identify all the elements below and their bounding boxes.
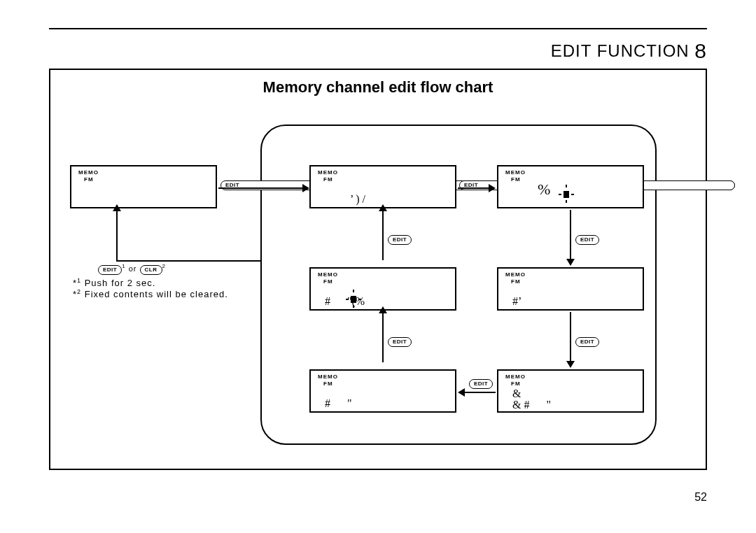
arrowhead-d7-d6 — [458, 388, 465, 397]
diagram-title: Memory channel edit ﬂow chart — [263, 78, 493, 97]
arrow-d5-d7 — [570, 312, 571, 362]
blink-icon — [561, 187, 571, 200]
display-content-b: & # " — [512, 399, 551, 411]
sup-1: 1 — [122, 263, 125, 269]
edit-pill-exit: EDIT — [98, 265, 122, 275]
display-step-6: MEMO FM # " — [309, 369, 456, 413]
footnote-1: *1 Push for 2 sec. — [73, 277, 228, 288]
display-content: #’ — [512, 295, 522, 308]
display-step-5: MEMO FM #’ — [497, 267, 644, 311]
arrowhead-d5-d7 — [566, 361, 575, 368]
sup-2: 2 — [162, 263, 166, 269]
exit-buttons: EDIT1 or CLR2 — [98, 263, 166, 275]
blink-icon — [349, 292, 358, 305]
fm-label: FM — [511, 278, 521, 285]
arrow-d7-d6 — [465, 392, 496, 393]
arrowhead-d3-d5 — [566, 259, 575, 266]
arrow-d4-d2 — [382, 210, 384, 260]
arrow-return-vert — [116, 210, 118, 260]
display-start: MEMO FM — [70, 165, 217, 208]
page-header: EDIT FUNCTION 8 — [551, 39, 707, 63]
arrowhead-d4-d2 — [379, 204, 387, 211]
display-content: # "(% — [325, 295, 365, 308]
arrowhead-d2-d3 — [489, 184, 496, 192]
clr-pill-exit: CLR — [140, 265, 162, 275]
arrow-return-horiz — [116, 260, 260, 262]
edit-pill: EDIT — [388, 337, 412, 347]
fm-label: FM — [511, 176, 521, 183]
display-step-2: MEMO FM ’ ) / — [309, 165, 456, 208]
edit-pill: EDIT — [388, 235, 412, 245]
fm-label: FM — [84, 176, 94, 183]
page: EDIT FUNCTION 8 Memory channel edit ﬂow … — [49, 28, 707, 504]
arrowhead-start-to-d2 — [302, 184, 309, 192]
arrow-d6-d4 — [382, 312, 384, 362]
memo-label: MEMO — [505, 169, 526, 176]
arrow-d2-d3 — [458, 187, 490, 189]
header-title: EDIT FUNCTION — [551, 41, 690, 60]
edit-pill: EDIT — [575, 337, 599, 347]
page-number: 52 — [694, 491, 707, 504]
arrowhead-d6-d4 — [379, 306, 387, 313]
edit-pill: EDIT — [469, 379, 493, 389]
section-number: 8 — [694, 39, 707, 62]
display-content: % — [538, 180, 550, 199]
display-step-3: MEMO FM % — [497, 165, 644, 208]
arrow-start-to-d2 — [218, 187, 304, 189]
display-step-7: MEMO FM & & # " — [497, 369, 644, 413]
diagram-frame: Memory channel edit ﬂow chart MEMO FM ED… — [49, 69, 707, 470]
memo-label: MEMO — [78, 169, 99, 176]
display-step-4: MEMO FM # "(% — [309, 267, 456, 311]
footnotes: *1 Push for 2 sec. *2 Fixed contents wil… — [73, 277, 228, 300]
display-content: # " — [325, 397, 352, 410]
memo-label: MEMO — [505, 271, 526, 278]
arrow-d3-d5 — [570, 210, 571, 260]
or-label: or — [129, 264, 137, 273]
edit-pill: EDIT — [575, 235, 599, 245]
memo-label: MEMO — [318, 374, 338, 380]
memo-label: MEMO — [505, 374, 526, 380]
fm-label: FM — [511, 381, 521, 387]
fm-label: FM — [323, 176, 333, 183]
header-rule — [49, 28, 707, 29]
fm-label: FM — [323, 278, 333, 285]
display-content: ’ ) / — [350, 193, 365, 206]
arrowhead-return — [113, 204, 121, 211]
footnote-2: *2 Fixed contents will be cleared. — [73, 288, 228, 299]
fm-label: FM — [323, 381, 333, 387]
memo-label: MEMO — [318, 271, 338, 278]
memo-label: MEMO — [318, 169, 338, 176]
